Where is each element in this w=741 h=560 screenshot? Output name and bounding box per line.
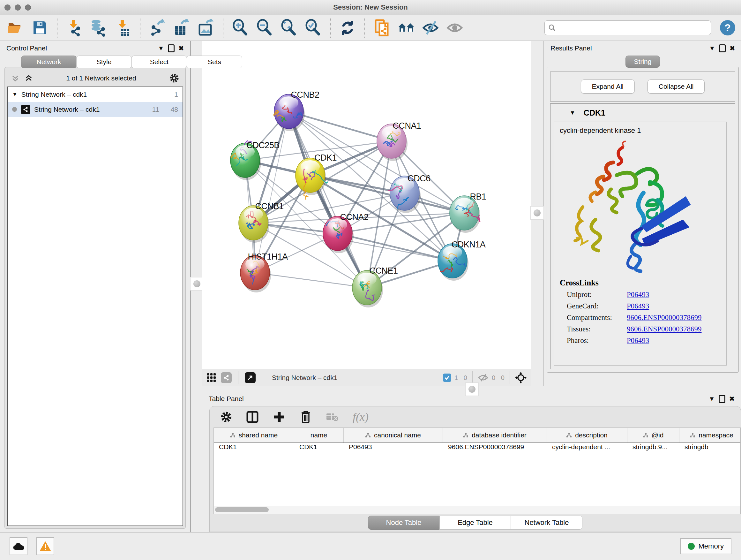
- pan-crosshair-icon[interactable]: [515, 372, 527, 383]
- column-header-namespace[interactable]: namespace: [679, 428, 741, 442]
- control-panel-close-button[interactable]: ✖: [179, 45, 184, 51]
- tab-style[interactable]: Style: [76, 56, 132, 68]
- network-row-selected[interactable]: String Network – cdk1 1148: [8, 102, 183, 117]
- edge-CCNB2-CCNE1[interactable]: [289, 111, 367, 288]
- table-horizontal-scrollbar[interactable]: [214, 506, 740, 514]
- table-cell[interactable]: cyclin-dependent ...: [547, 443, 627, 451]
- expand-all-button[interactable]: Expand All: [581, 79, 635, 94]
- import-table-from-file-button[interactable]: [113, 18, 133, 38]
- table-cell[interactable]: P06493: [344, 443, 443, 451]
- node-label-CCNB1: CCNB1: [255, 201, 283, 211]
- column-header-canonical-name[interactable]: canonical name: [344, 428, 443, 442]
- tab-network[interactable]: Network: [21, 56, 77, 68]
- node-CCNE1[interactable]: [352, 270, 383, 307]
- first-neighbors-button[interactable]: [396, 18, 416, 38]
- detach-view-button[interactable]: [245, 372, 256, 383]
- left-splitter[interactable]: [191, 41, 202, 532]
- export-table-button[interactable]: [172, 18, 192, 38]
- grid-view-icon[interactable]: [207, 373, 216, 382]
- table-panel-collapse-button[interactable]: ▼: [709, 395, 715, 402]
- column-header-description[interactable]: description: [547, 428, 627, 442]
- table-cell[interactable]: CDK1: [294, 443, 344, 451]
- import-network-from-file-button[interactable]: [64, 18, 84, 38]
- zoom-selected-button[interactable]: [303, 18, 323, 38]
- column-header-database-identifier[interactable]: database identifier: [443, 428, 547, 442]
- selected-checkbox[interactable]: [443, 374, 451, 382]
- delete-column-icon[interactable]: [300, 410, 312, 424]
- expander-icon[interactable]: ▼: [12, 91, 17, 98]
- save-session-button[interactable]: [30, 18, 50, 38]
- tab-select[interactable]: Select: [131, 56, 187, 68]
- show-columns-icon[interactable]: [246, 411, 259, 423]
- crosslink-link[interactable]: P06493: [627, 302, 649, 310]
- new-network-from-selection-button[interactable]: [372, 18, 392, 38]
- crosslink-link[interactable]: 9606.ENSP00000378699: [627, 325, 702, 333]
- network-options-gear-icon[interactable]: [170, 73, 179, 83]
- network-canvas[interactable]: CCNB2CCNA1CDC25BCDK1CDC6RB1CCNB1CCNA2CDK…: [202, 41, 531, 369]
- import-network-from-database-button[interactable]: [89, 18, 109, 38]
- collection-count: 1: [174, 91, 178, 98]
- table-cell[interactable]: 9606.ENSP00000378699: [443, 443, 547, 451]
- collapse-all-icon[interactable]: [11, 74, 19, 82]
- export-image-button[interactable]: [196, 18, 216, 38]
- results-tab-string[interactable]: String: [625, 56, 660, 68]
- horizontal-splitter[interactable]: [202, 386, 741, 391]
- export-network-button[interactable]: [147, 18, 167, 38]
- results-panel-close-button[interactable]: ✖: [730, 45, 735, 51]
- table-cell[interactable]: stringdb: [679, 443, 741, 451]
- tab-node-table[interactable]: Node Table: [368, 516, 440, 530]
- entry-expander-icon[interactable]: ▼: [569, 110, 576, 116]
- crosslinks-title: CrossLinks: [560, 278, 721, 287]
- right-splitter[interactable]: [531, 41, 543, 386]
- edge-CCNB2-HIST1H1A[interactable]: [255, 111, 289, 273]
- apply-preferred-layout-button[interactable]: [338, 18, 357, 38]
- global-search-box[interactable]: [544, 20, 711, 35]
- results-panel-collapse-button[interactable]: ▼: [709, 45, 715, 51]
- search-input[interactable]: [559, 24, 708, 32]
- column-header--id[interactable]: @id: [627, 428, 679, 442]
- main-toolbar: ?: [0, 15, 741, 41]
- warnings-button[interactable]: [37, 537, 54, 555]
- column-header-name[interactable]: name: [294, 428, 344, 442]
- collapse-all-button[interactable]: Collapse All: [648, 79, 705, 94]
- zoom-fit-button[interactable]: [279, 18, 299, 38]
- results-panel-float-button[interactable]: [719, 44, 726, 52]
- network-collection-row[interactable]: ▼ String Network – cdk1 1: [8, 87, 183, 102]
- open-session-button[interactable]: [6, 18, 25, 38]
- cloud-status-button[interactable]: [10, 537, 27, 555]
- edge-HIST1H1A-CCNE1[interactable]: [255, 273, 367, 288]
- network-share-view-icon[interactable]: [221, 372, 232, 383]
- table-panel-close-button[interactable]: ✖: [729, 395, 735, 402]
- crosslink-link[interactable]: 9606.ENSP00000378699: [627, 314, 702, 322]
- node-CCNB1[interactable]: [239, 206, 269, 243]
- table-panel-float-button[interactable]: [719, 395, 725, 403]
- hidden-eye-icon[interactable]: [478, 374, 488, 382]
- tab-edge-table[interactable]: Edge Table: [440, 516, 511, 530]
- control-panel-float-button[interactable]: [168, 44, 175, 52]
- expand-all-icon[interactable]: [24, 74, 33, 82]
- network-graph[interactable]: CCNB2CCNA1CDC25BCDK1CDC6RB1CCNB1CCNA2CDK…: [202, 41, 531, 369]
- table-cell[interactable]: CDK1: [214, 443, 294, 451]
- add-column-icon[interactable]: [273, 411, 286, 423]
- help-button[interactable]: ?: [720, 20, 735, 36]
- crosslink-link[interactable]: P06493: [627, 291, 649, 299]
- crosslink-link[interactable]: P06493: [627, 336, 649, 345]
- window-zoom-button[interactable]: [25, 4, 31, 10]
- zoom-out-button[interactable]: [255, 18, 274, 38]
- tab-sets[interactable]: Sets: [187, 56, 242, 68]
- hide-selected-button[interactable]: [421, 18, 441, 38]
- memory-button[interactable]: Memory: [680, 538, 731, 554]
- window-minimize-button[interactable]: [15, 4, 21, 10]
- window-close-button[interactable]: [4, 4, 10, 10]
- column-header-shared-name[interactable]: shared name: [214, 428, 294, 442]
- control-panel-collapse-button[interactable]: ▼: [158, 45, 164, 51]
- table-row[interactable]: CDK1CDK1P064939606.ENSP00000378699cyclin…: [214, 443, 740, 451]
- table-options-gear-icon[interactable]: [220, 411, 232, 423]
- table-cell[interactable]: stringdb:9...: [627, 443, 679, 451]
- network-view-title: String Network – cdk1: [272, 374, 337, 381]
- node-CCNB2[interactable]: [274, 94, 305, 131]
- show-all-button[interactable]: [445, 18, 465, 38]
- function-builder-icon-disabled: f(x): [353, 410, 368, 424]
- zoom-in-button[interactable]: [230, 18, 250, 38]
- tab-network-table[interactable]: Network Table: [511, 516, 583, 530]
